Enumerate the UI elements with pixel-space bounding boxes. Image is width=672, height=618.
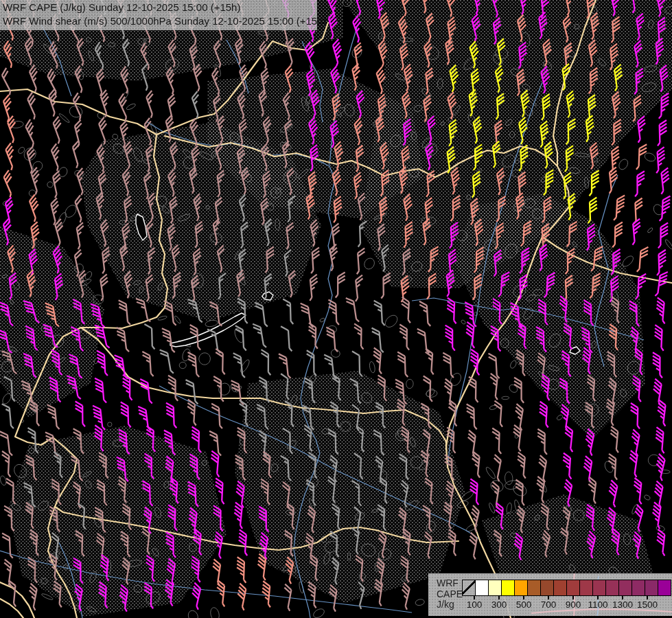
legend-color-scale [462,580,671,596]
title-bar: WRF CAPE (J/kg) Sunday 12-10-2025 15:00 … [0,0,317,30]
legend-swatch [618,580,632,596]
legend-label-line: J/kg [437,599,463,610]
legend-swatch [645,580,658,596]
legend-swatch [553,580,567,596]
legend-swatch [605,580,619,596]
legend-swatch [527,580,541,596]
legend-tick-label: 1500 [637,599,658,610]
legend-swatch [488,580,502,596]
legend-swatch [475,580,489,596]
legend-tick-label: 300 [491,599,507,610]
legend-swatch [592,580,606,596]
legend-tick-label: 700 [541,599,557,610]
legend-tick-label: 1100 [588,599,607,610]
legend-swatch [579,580,593,596]
title-line-2: WRF Wind shear (m/s) 500/1000hPa Sunday … [3,14,314,28]
legend-swatch [514,580,528,596]
legend-tick-label: 900 [566,599,581,610]
legend-tick-label: 500 [516,599,532,610]
legend-tick-label: 1300 [612,599,633,610]
legend-swatch-no-data [462,580,476,596]
weather-map-page: WRF CAPE (J/kg) Sunday 12-10-2025 15:00 … [0,0,672,618]
legend-swatch [540,580,554,596]
legend-tick-label: 100 [467,599,483,610]
legend-label-line: CAPE [437,589,463,600]
legend-swatch [566,580,580,596]
legend-panel: WRF CAPE J/kg 10030050070090011001300150… [428,573,672,616]
legend-label-line: WRF [437,578,463,589]
legend-swatch [632,580,645,596]
legend-swatch [501,580,515,596]
legend-label: WRF CAPE J/kg [437,578,463,610]
legend-swatch [658,580,671,596]
title-line-1: WRF CAPE (J/kg) Sunday 12-10-2025 15:00 … [3,1,314,14]
weather-map [0,0,672,618]
